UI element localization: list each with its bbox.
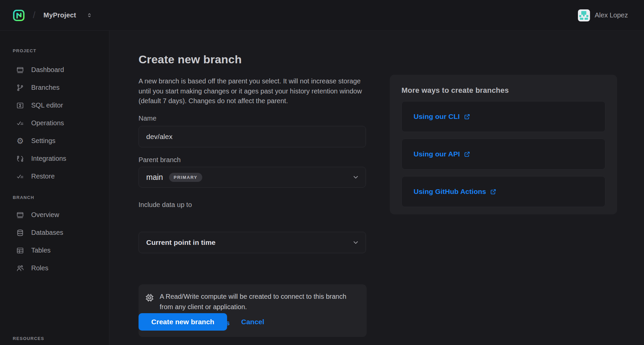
compute-note: A Read/Write compute will be created to … bbox=[160, 291, 348, 312]
sidebar-section-branch: BRANCH bbox=[13, 195, 109, 200]
github-actions-card[interactable]: Using GitHub Actions bbox=[401, 176, 605, 207]
create-branch-form: Create new branch A new branch is based … bbox=[139, 31, 367, 126]
sidebar-item-label: Databases bbox=[31, 229, 63, 236]
chevrons-up-down-icon[interactable] bbox=[86, 12, 93, 18]
github-actions-link: Using GitHub Actions bbox=[414, 188, 497, 196]
create-branch-button[interactable]: Create new branch bbox=[139, 313, 227, 331]
sidebar-item-restore[interactable]: Restore bbox=[13, 167, 109, 185]
breadcrumb-separator: / bbox=[33, 10, 36, 20]
page-description: A new branch is based off the parent you… bbox=[139, 76, 367, 106]
users-icon bbox=[16, 264, 24, 272]
restore-icon bbox=[16, 172, 24, 181]
sidebar-item-label: Settings bbox=[31, 137, 55, 145]
avatar bbox=[578, 9, 590, 21]
sidebar-item-label: Dashboard bbox=[31, 66, 64, 74]
sidebar-item-sql-editor[interactable]: SQL editor bbox=[13, 96, 109, 114]
include-data-select[interactable]: Current point in time bbox=[139, 232, 366, 253]
sidebar-item-settings[interactable]: ⚙ Settings bbox=[13, 132, 109, 150]
project-selector[interactable]: MyProject bbox=[44, 11, 76, 19]
external-link-icon bbox=[490, 188, 497, 195]
cpu-chip-icon bbox=[145, 293, 155, 303]
sidebar-item-databases[interactable]: Databases bbox=[13, 224, 109, 242]
include-data-label: Include data up to bbox=[139, 201, 192, 209]
sidebar-item-label: Restore bbox=[31, 172, 55, 180]
neon-logo-icon[interactable] bbox=[12, 9, 25, 22]
chevron-down-icon bbox=[352, 174, 360, 181]
database-icon bbox=[16, 229, 24, 237]
sidebar-item-overview[interactable]: Overview bbox=[13, 206, 109, 224]
table-icon bbox=[16, 247, 24, 255]
sidebar-item-branches[interactable]: Branches bbox=[13, 79, 109, 96]
sidebar-item-label: Roles bbox=[31, 264, 48, 272]
sidebar: PROJECT Dashboard Branches SQL edi bbox=[0, 31, 109, 345]
sidebar-item-integrations[interactable]: Integrations bbox=[13, 150, 109, 167]
sidebar-item-label: Overview bbox=[31, 211, 59, 219]
topbar: / MyProject Alex Lopez bbox=[0, 0, 644, 31]
cli-link: Using our CLI bbox=[414, 113, 471, 121]
dashboard-icon bbox=[16, 66, 24, 74]
sidebar-item-label: Tables bbox=[31, 247, 51, 254]
parent-branch-value: main bbox=[146, 173, 163, 182]
parent-branch-select[interactable]: main PRIMARY bbox=[139, 167, 366, 188]
sidebar-section-project: PROJECT bbox=[13, 48, 109, 53]
name-label: Name bbox=[139, 115, 156, 122]
external-link-icon bbox=[464, 113, 471, 120]
branch-name-input[interactable] bbox=[139, 126, 366, 147]
operations-icon bbox=[16, 119, 24, 127]
parent-branch-label: Parent branch bbox=[139, 156, 181, 164]
git-branch-icon bbox=[16, 84, 24, 92]
include-data-value: Current point in time bbox=[146, 238, 216, 247]
api-link: Using our API bbox=[414, 150, 471, 158]
sidebar-item-label: Branches bbox=[31, 84, 60, 91]
cli-link-label[interactable]: Using our CLI bbox=[414, 113, 460, 121]
sql-editor-icon bbox=[16, 101, 24, 110]
sidebar-item-roles[interactable]: Roles bbox=[13, 259, 109, 277]
sidebar-item-label: SQL editor bbox=[31, 101, 63, 109]
user-menu[interactable]: Alex Lopez bbox=[578, 9, 628, 21]
primary-badge: PRIMARY bbox=[169, 173, 202, 182]
api-link-label[interactable]: Using our API bbox=[414, 150, 460, 158]
chevron-down-icon bbox=[352, 239, 360, 247]
cancel-button[interactable]: Cancel bbox=[241, 318, 264, 326]
integrations-icon bbox=[16, 155, 24, 163]
sidebar-item-label: Integrations bbox=[31, 155, 66, 162]
user-name: Alex Lopez bbox=[595, 11, 628, 19]
sidebar-item-operations[interactable]: Operations bbox=[13, 114, 109, 132]
sidebar-section-resources: RESOURCES bbox=[13, 336, 44, 341]
overview-icon bbox=[16, 211, 24, 219]
gear-icon: ⚙ bbox=[16, 137, 24, 145]
cli-card[interactable]: Using our CLI bbox=[401, 101, 605, 132]
more-ways-panel: More ways to create branches Using our C… bbox=[390, 75, 617, 214]
sidebar-item-dashboard[interactable]: Dashboard bbox=[13, 61, 109, 79]
page-title: Create new branch bbox=[139, 53, 242, 66]
api-card[interactable]: Using our API bbox=[401, 139, 605, 169]
github-actions-link-label[interactable]: Using GitHub Actions bbox=[414, 188, 486, 196]
external-link-icon bbox=[464, 151, 471, 158]
sidebar-item-label: Operations bbox=[31, 119, 64, 127]
sidebar-item-tables[interactable]: Tables bbox=[13, 242, 109, 259]
more-ways-title: More ways to create branches bbox=[401, 86, 605, 95]
